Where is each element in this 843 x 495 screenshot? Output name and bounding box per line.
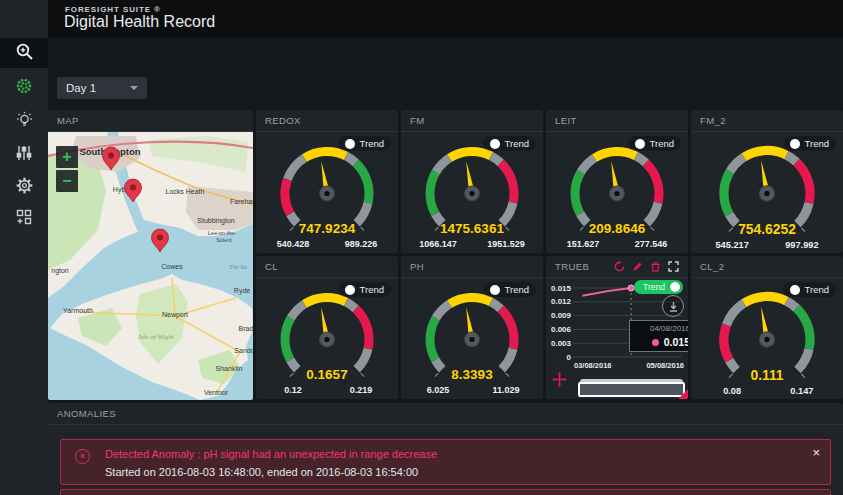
trend-toggle-on[interactable]: Trend <box>634 280 683 294</box>
trend-toggle[interactable]: Trend <box>338 136 391 151</box>
svg-text:03/08/2016: 03/08/2016 <box>574 361 612 370</box>
map-label: Stubbington <box>197 217 234 225</box>
anomaly-detail: Started on 2016-08-03 16:48:00, ended on… <box>105 466 418 478</box>
panel-trueb: TRUEB 0.0150.0120.0090.0060.003003/08/20… <box>546 256 688 399</box>
trend-toggle[interactable]: Trend <box>483 136 536 151</box>
close-icon[interactable]: × <box>812 445 820 460</box>
svg-text:0: 0 <box>567 353 572 362</box>
gauge-max-label: 0.147 <box>790 386 813 396</box>
delete-icon[interactable] <box>650 261 661 272</box>
map-label: Lee-on-the- <box>208 230 237 236</box>
toggle-knob-icon <box>345 139 355 149</box>
map-zoom-in-button[interactable]: + <box>56 146 78 168</box>
panel-leit: LEIT Trend 209.8646151.627277.546 <box>546 110 688 253</box>
lightbulb-icon <box>15 111 34 134</box>
gauge-value: 0.1657 <box>306 367 347 382</box>
circled-x-icon: × <box>75 449 90 464</box>
toggle-knob-icon <box>635 139 645 149</box>
digital-health-record-dashboard: { "colors": { "accent_green": "#2eaf4e",… <box>0 0 843 495</box>
map-label: Shanklin <box>216 365 243 372</box>
svg-text:0.012: 0.012 <box>551 297 572 306</box>
panel-fm: FM Trend 1475.63611066.1471951.529 <box>401 110 543 253</box>
sidebar-item-cluster[interactable] <box>0 72 48 104</box>
gauge-min-label: 6.025 <box>427 385 450 395</box>
panel-cl2: CL_2 Trend 0.1110.080.147 <box>691 256 843 399</box>
map-panel-title: MAP <box>48 110 253 132</box>
map-label: Locks Heath <box>166 188 205 195</box>
map-zoom-out-button[interactable]: − <box>56 170 78 192</box>
panel-title: LEIT <box>546 110 688 132</box>
map-label: Yarmouth <box>63 307 93 314</box>
sidebar-item-add-widget[interactable] <box>0 203 48 235</box>
trend-toggle[interactable]: Trend <box>483 282 536 297</box>
trend-toggle[interactable]: Trend <box>783 136 836 151</box>
map-canvas[interactable]: SouthamptonHytheLocks HeathFarehamStubbi… <box>48 132 253 400</box>
map-label: The So <box>229 263 248 270</box>
gauge-value: 209.8646 <box>589 221 646 236</box>
sidebar-item-filters[interactable] <box>0 139 48 171</box>
trend-toggle[interactable]: Trend <box>338 282 391 297</box>
gauge-max-label: 0.219 <box>350 385 373 395</box>
magnifier-plus-icon <box>15 42 34 65</box>
trend-toggle[interactable]: Trend <box>628 136 681 151</box>
trend-line <box>582 288 631 296</box>
toggle-knob-icon <box>490 139 500 149</box>
svg-text:0.006: 0.006 <box>551 325 572 334</box>
gauge-max-label: 11.029 <box>492 385 519 395</box>
map-label: Cowes <box>161 263 183 270</box>
download-icon[interactable] <box>662 295 684 317</box>
refresh-icon[interactable] <box>614 261 625 272</box>
day-selector-dropdown[interactable]: Day 1 <box>57 77 147 99</box>
expand-icon[interactable] <box>668 261 679 272</box>
panel-redox: REDOX Trend 747.9234540.428989.226 <box>256 110 398 253</box>
panel-fm2: FM_2 Trend 754.6252545.217997.992 <box>691 110 843 253</box>
gauge-min-label: 0.12 <box>284 385 302 395</box>
gauge-max-label: 989.226 <box>345 239 378 249</box>
anomalies-panel-title: ANOMALIES <box>48 403 843 425</box>
map-label: ngton <box>51 267 69 275</box>
panel-map: MAP SouthamptonHytheLocks HeathFarehamSt… <box>48 110 253 400</box>
toggle-knob-icon <box>345 285 355 295</box>
edit-icon[interactable] <box>632 261 643 272</box>
sidebar-item-settings[interactable] <box>0 171 48 203</box>
page-title: Digital Health Record <box>64 13 215 31</box>
sidebar-item-insights[interactable] <box>0 106 48 138</box>
gauge-min-label: 1066.147 <box>419 239 457 249</box>
sliders-icon <box>15 144 33 166</box>
map-label: Ryde <box>234 287 250 295</box>
gauge-value: 754.6252 <box>738 221 796 237</box>
map-label: Isle of Wight <box>137 333 174 341</box>
panel-title: REDOX <box>256 110 398 132</box>
map-label: Ventnor <box>204 389 229 396</box>
anomaly-message: Detected Anomaly : pH signal had an unex… <box>105 448 437 460</box>
grid-plus-icon <box>15 208 33 230</box>
gauge-min-label: 0.08 <box>723 386 741 396</box>
top-header: FORESIGHT SUITE ® Digital Health Record <box>48 0 843 38</box>
toggle-knob-icon <box>790 285 800 295</box>
map-label: Newport <box>162 311 188 319</box>
anomaly-alert: × Detected Anomaly : pH signal had an un… <box>60 439 831 485</box>
gauge-value: 0.111 <box>750 367 783 383</box>
gauge-value: 747.9234 <box>299 221 356 236</box>
svg-text:0.003: 0.003 <box>551 339 572 348</box>
gauge-min-label: 151.627 <box>567 239 600 249</box>
range-slider[interactable] <box>578 379 685 396</box>
gauge-max-label: 277.546 <box>635 239 668 249</box>
gauge-value: 1475.6361 <box>440 221 504 236</box>
tooltip-value: 0.015 <box>664 336 688 348</box>
panel-title: PH <box>401 256 543 278</box>
gauge-max-label: 997.992 <box>785 240 818 250</box>
map-label: Sandow <box>234 347 253 354</box>
map-label: Brad <box>239 325 253 332</box>
sidebar <box>0 0 48 495</box>
move-crosshair-icon[interactable] <box>552 372 567 391</box>
slider-selection[interactable] <box>578 382 685 397</box>
gauge-max-label: 1951.529 <box>487 239 525 249</box>
toggle-knob-icon <box>670 282 680 292</box>
trueb-chart[interactable]: 0.0150.0120.0090.0060.003003/08/201605/0… <box>546 278 688 399</box>
panel-title: CL_2 <box>691 256 843 278</box>
toggle-knob-icon <box>790 139 800 149</box>
sidebar-item-search[interactable] <box>0 38 48 68</box>
resize-handle[interactable] <box>678 389 688 399</box>
trend-toggle[interactable]: Trend <box>783 282 836 297</box>
